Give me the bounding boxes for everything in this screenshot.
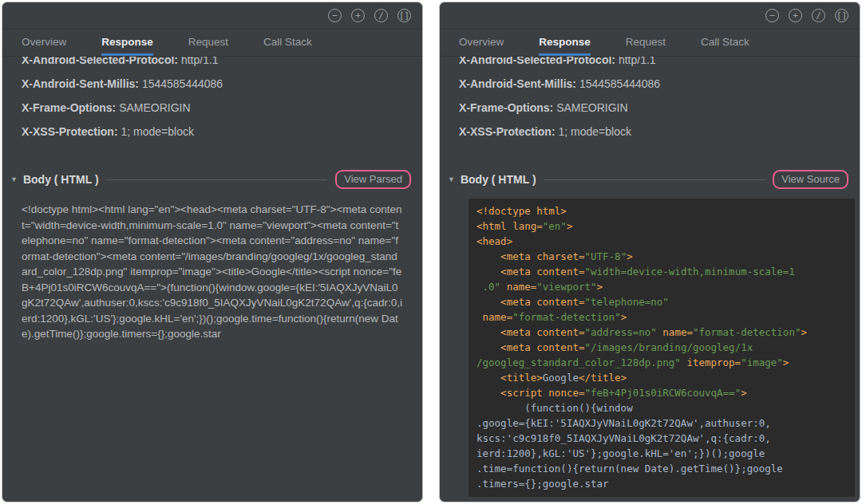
code-line: <meta content="address=no" name="format-… [476, 325, 847, 340]
response-header: X-Android-Selected-Protocol: http/1.1 [22, 57, 403, 67]
response-content: X-Android-Selected-Protocol: http/1.1X-A… [2, 57, 422, 502]
collapse-arrow-icon[interactable]: ▼ [10, 175, 18, 183]
body-section-header: ▼ Body ( HTML ) View Source [440, 170, 860, 189]
code-line: .time=function(){return(new Date).getTim… [476, 461, 847, 476]
code-line: <title>Google</title> [476, 370, 847, 385]
network-response-panel-parsed: −+∕[] OverviewResponseRequestCall Stack … [439, 2, 860, 502]
code-line: .google={kEI:'5IAQXJyVNaiL0gK2t72QAw',au… [476, 415, 847, 431]
zoom-out-icon[interactable]: − [328, 9, 342, 22]
code-line: <!doctype html> [476, 203, 847, 219]
code-line: <head> [476, 234, 847, 249]
body-area: <!doctype html><html lang="en"><head> <m… [440, 189, 860, 502]
header-name: X-Android-Sent-Millis: [459, 77, 579, 90]
body-section-header: ▼ Body ( HTML ) View Parsed [2, 170, 422, 189]
header-name: X-Android-Selected-Protocol: [22, 57, 181, 66]
divider [544, 179, 765, 180]
code-line: <meta charset="UTF-8"> [476, 249, 847, 264]
code-line: /googleg_standard_color_128dp.png" itemp… [476, 355, 847, 370]
headers-list: X-Android-Selected-Protocol: http/1.1X-A… [2, 57, 422, 149]
zoom-to-fit-icon[interactable]: [] [397, 9, 411, 22]
response-header: X-Frame-Options: SAMEORIGIN [459, 101, 840, 115]
body-section-title: Body ( HTML ) [23, 173, 99, 186]
zoom-in-icon[interactable]: + [351, 9, 365, 22]
tabs: OverviewResponseRequestCall Stack [2, 30, 422, 57]
collapse-arrow-icon[interactable]: ▼ [448, 175, 455, 183]
network-response-panel-source: −+∕[] OverviewResponseRequestCall Stack … [2, 2, 423, 502]
body-section-title: Body ( HTML ) [461, 173, 536, 186]
toolbar-icons: −+∕[] [765, 9, 848, 22]
tab-overview[interactable]: Overview [459, 30, 504, 56]
header-value: 1; mode=block [558, 125, 631, 138]
tab-request[interactable]: Request [626, 30, 666, 56]
response-content: X-Android-Selected-Protocol: http/1.1X-A… [440, 57, 860, 502]
header-name: X-Frame-Options: [459, 101, 556, 114]
zoom-out-icon[interactable]: − [765, 9, 779, 22]
header-name: X-XSS-Protection: [22, 125, 121, 138]
response-header: X-XSS-Protection: 1; mode=block [459, 125, 840, 139]
code-line: .timers={};google.star [476, 476, 847, 491]
code-line: (function(){window [476, 400, 847, 415]
header-name: X-Android-Sent-Millis: [22, 77, 142, 90]
response-header: X-XSS-Protection: 1; mode=block [22, 125, 403, 139]
header-name: X-XSS-Protection: [459, 125, 558, 138]
header-value: http/1.1 [181, 57, 219, 66]
tab-response[interactable]: Response [101, 30, 153, 56]
toolbar-icons: −+∕[] [328, 9, 411, 22]
response-header: X-Frame-Options: SAMEORIGIN [22, 101, 403, 115]
header-value: http/1.1 [619, 57, 656, 66]
divider [107, 179, 328, 180]
reset-zoom-icon[interactable]: ∕ [374, 9, 388, 22]
header-name: X-Android-Selected-Protocol: [459, 57, 619, 66]
response-header: X-Android-Sent-Millis: 1544585444086 [459, 77, 840, 91]
headers-list: X-Android-Selected-Protocol: http/1.1X-A… [440, 57, 860, 149]
response-header: X-Android-Selected-Protocol: http/1.1 [459, 57, 840, 67]
tab-request[interactable]: Request [188, 30, 228, 56]
code-line: ierd:1200},kGL:'US'};google.kHL='en';})(… [476, 446, 847, 461]
response-header: X-Android-Sent-Millis: 1544585444086 [22, 77, 403, 91]
header-value: SAMEORIGIN [119, 101, 190, 114]
code-line: kscs:'c9c918f0_5IAQXJyVNaiL0gK2t72QAw',q… [476, 431, 847, 446]
code-line: .0" name="viewport"> [476, 279, 847, 294]
header-value: 1544585444086 [579, 77, 660, 90]
header-value: 1; mode=block [121, 125, 193, 138]
zoom-toolbar: −+∕[] [440, 2, 860, 30]
tab-response[interactable]: Response [539, 30, 591, 56]
tab-overview[interactable]: Overview [22, 30, 66, 56]
code-line: <meta content="telephone=no" [476, 294, 847, 309]
zoom-toolbar: −+∕[] [2, 2, 422, 30]
tabs: OverviewResponseRequestCall Stack [440, 30, 860, 57]
response-body-raw: <!doctype html><html lang="en"><head><me… [22, 202, 403, 342]
code-line: name="format-detection"> [476, 309, 847, 325]
tab-call-stack[interactable]: Call Stack [263, 30, 312, 56]
source-code[interactable]: <!doctype html><html lang="en"><head> <m… [469, 199, 855, 497]
reset-zoom-icon[interactable]: ∕ [812, 9, 825, 22]
code-line: <script nonce="feB+4Pj01s0iRCW6couvqA=="… [476, 385, 847, 400]
body-area: <!doctype html><html lang="en"><head><me… [2, 189, 422, 502]
header-value: 1544585444086 [142, 77, 223, 90]
zoom-in-icon[interactable]: + [789, 9, 802, 22]
header-name: X-Frame-Options: [22, 101, 119, 114]
view-parsed-button[interactable]: View Parsed [335, 170, 411, 189]
zoom-to-fit-icon[interactable]: [] [835, 9, 848, 22]
code-line: <meta content="width=device-width,minimu… [476, 264, 847, 279]
view-source-button[interactable]: View Source [773, 170, 848, 189]
code-line: <meta content="/images/branding/googleg/… [476, 340, 847, 355]
header-value: SAMEORIGIN [556, 101, 627, 114]
code-line: <html lang="en"> [476, 219, 847, 234]
tab-call-stack[interactable]: Call Stack [701, 30, 749, 56]
